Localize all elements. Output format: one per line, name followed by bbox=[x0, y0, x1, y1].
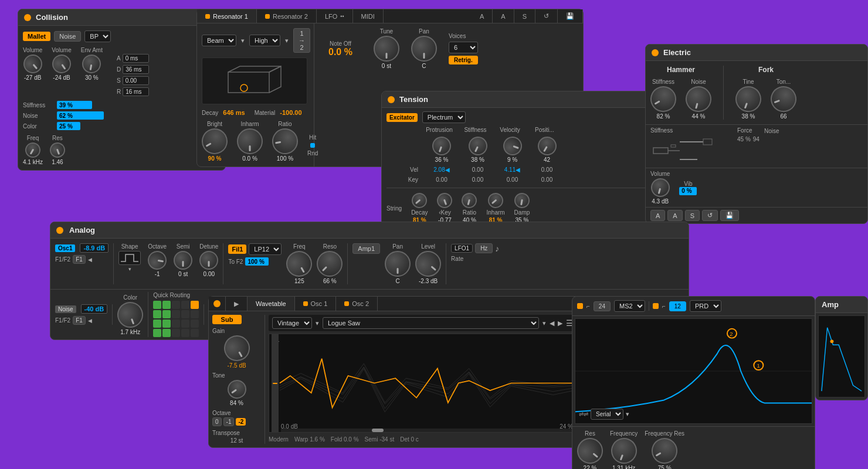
mallet-button[interactable]: Mallet bbox=[23, 32, 50, 41]
volume2-knob[interactable] bbox=[49, 51, 75, 77]
electric-refresh[interactable]: ↺ bbox=[702, 210, 718, 221]
vib-slider[interactable]: 0 % bbox=[679, 187, 697, 195]
electric-btn-a1[interactable]: A bbox=[650, 210, 665, 221]
tune-knob[interactable] bbox=[374, 36, 399, 62]
wavetable-power-dot[interactable] bbox=[213, 300, 221, 307]
freq-knob[interactable] bbox=[22, 140, 43, 161]
velocity-t-knob-container: 9 % bbox=[496, 137, 528, 163]
collision-power-dot[interactable] bbox=[24, 14, 31, 21]
tone-knob[interactable] bbox=[223, 376, 250, 403]
tab-resonator2[interactable]: Resonator 2 bbox=[257, 9, 317, 23]
pan-knob[interactable] bbox=[411, 36, 437, 62]
noise-button[interactable]: Noise bbox=[54, 31, 81, 42]
tab-resonator1[interactable]: Resonator 1 bbox=[197, 9, 257, 23]
level-knob[interactable] bbox=[410, 246, 446, 282]
retrig-button[interactable]: Retrig. bbox=[449, 56, 478, 64]
filter-res-knob[interactable] bbox=[572, 433, 608, 469]
vintage-select[interactable]: Vintage bbox=[272, 317, 312, 329]
btn-s[interactable]: S bbox=[514, 9, 535, 23]
wavetable-play[interactable]: ▶ bbox=[226, 297, 247, 311]
amp-pan-knob[interactable] bbox=[385, 251, 411, 277]
ratio-knob[interactable] bbox=[270, 127, 300, 157]
volume1-knob[interactable] bbox=[19, 50, 46, 77]
high-select[interactable]: High bbox=[249, 35, 280, 46]
fil1-button[interactable]: Fil1 bbox=[228, 244, 246, 254]
res-knob[interactable] bbox=[48, 140, 67, 159]
osc1-f1-button[interactable]: F1 bbox=[73, 255, 86, 264]
filter-select[interactable]: BP LP bbox=[84, 30, 111, 42]
res-label: Res bbox=[52, 135, 63, 141]
oct-neg1-button[interactable]: -1 bbox=[223, 417, 235, 426]
btn-refresh[interactable]: ↺ bbox=[535, 9, 558, 23]
beam-select[interactable]: Beam bbox=[202, 35, 236, 46]
env-amt-knob[interactable] bbox=[81, 53, 103, 74]
wavetable-power-dot-area[interactable] bbox=[209, 297, 226, 311]
hammer-noise-knob[interactable] bbox=[683, 83, 714, 115]
bright-knob[interactable] bbox=[197, 124, 232, 159]
electric-volume-knob[interactable] bbox=[649, 176, 672, 199]
sub-button[interactable]: Sub bbox=[212, 315, 242, 324]
fork-tone-knob[interactable] bbox=[767, 83, 800, 115]
excitator-button[interactable]: Excitator bbox=[386, 113, 418, 122]
electric-btn-a2[interactable]: A bbox=[667, 210, 682, 221]
string-ckey-knob[interactable] bbox=[435, 191, 455, 210]
voices-select[interactable]: 6 bbox=[449, 42, 478, 53]
stiffness-t-knob[interactable] bbox=[465, 134, 490, 159]
noise-slider[interactable]: 62 % bbox=[57, 111, 104, 120]
oct0-button[interactable]: 0 bbox=[212, 417, 222, 426]
string-damp-knob[interactable] bbox=[513, 192, 531, 209]
string-decay-knob[interactable] bbox=[409, 190, 430, 212]
detune-knob[interactable] bbox=[199, 251, 218, 270]
btn-a1[interactable]: A bbox=[472, 9, 493, 23]
prd-select[interactable]: PRD bbox=[690, 300, 721, 312]
velocity-t-knob[interactable] bbox=[500, 134, 524, 158]
adsr-a-input[interactable] bbox=[123, 54, 149, 63]
fork-tine-knob[interactable] bbox=[732, 83, 765, 115]
num12-button[interactable]: 12 bbox=[669, 301, 686, 311]
color-knob[interactable] bbox=[114, 298, 147, 331]
route-button[interactable]: 1 → 2 bbox=[293, 28, 310, 53]
lp12-select[interactable]: LP12 bbox=[249, 243, 282, 255]
adsr-r-input[interactable] bbox=[123, 87, 149, 96]
electric-btn-s[interactable]: S bbox=[685, 210, 700, 221]
filter-freq2-knob[interactable] bbox=[647, 433, 682, 468]
num24-button[interactable]: 24 bbox=[594, 301, 611, 311]
tab-lfo[interactable]: LFO •• bbox=[317, 9, 353, 23]
to-f2-slider[interactable]: 100 % bbox=[245, 257, 269, 266]
adsr-s-input[interactable] bbox=[123, 76, 149, 85]
tab-osc1[interactable]: Osc 1 bbox=[295, 297, 337, 311]
tab-midi[interactable]: MIDI bbox=[353, 9, 384, 23]
semi-knob[interactable] bbox=[174, 251, 192, 270]
btn-a2[interactable]: A bbox=[493, 9, 514, 23]
oct-neg2-button[interactable]: -2 bbox=[236, 418, 246, 426]
electric-save[interactable]: 💾 bbox=[720, 210, 739, 221]
serial-select[interactable]: Serial bbox=[591, 409, 623, 420]
stiffness-slider[interactable]: 39 % bbox=[57, 101, 92, 109]
logue-saw-select[interactable]: Logue Saw bbox=[323, 317, 539, 329]
electric-power-dot[interactable] bbox=[652, 49, 659, 56]
octave-knob[interactable] bbox=[147, 249, 168, 271]
hz-button[interactable]: Hz bbox=[475, 243, 493, 253]
position-t-knob[interactable] bbox=[534, 133, 560, 159]
btn-save[interactable]: 💾 bbox=[558, 9, 583, 23]
hammer-stiffness-knob[interactable] bbox=[646, 81, 681, 117]
adsr-d-input[interactable] bbox=[123, 65, 149, 74]
gain-knob[interactable] bbox=[219, 331, 254, 366]
tab-osc2[interactable]: Osc 2 bbox=[336, 297, 378, 311]
filter-freq-knob[interactable] bbox=[282, 246, 317, 281]
tab-wavetable[interactable]: Wavetable bbox=[247, 297, 295, 311]
tension-power-dot[interactable] bbox=[388, 96, 395, 103]
reso-knob[interactable] bbox=[311, 246, 348, 282]
noise-f1-button[interactable]: F1 bbox=[73, 316, 86, 325]
filter-freq1-knob[interactable] bbox=[607, 434, 640, 467]
analog-power-dot[interactable] bbox=[56, 227, 63, 234]
plectrum-select[interactable]: Plectrum bbox=[422, 111, 466, 123]
amp1-button[interactable]: Amp1 bbox=[352, 243, 380, 254]
inharm-knob[interactable] bbox=[237, 128, 263, 154]
string-inharm-knob[interactable] bbox=[485, 190, 507, 212]
string-ratio-knob[interactable] bbox=[460, 191, 479, 210]
protrusion-knob[interactable] bbox=[429, 134, 453, 158]
ms2-select[interactable]: MS2 bbox=[614, 300, 645, 312]
color-slider[interactable]: 25 % bbox=[57, 122, 80, 130]
vib-label: Vib bbox=[684, 181, 692, 187]
